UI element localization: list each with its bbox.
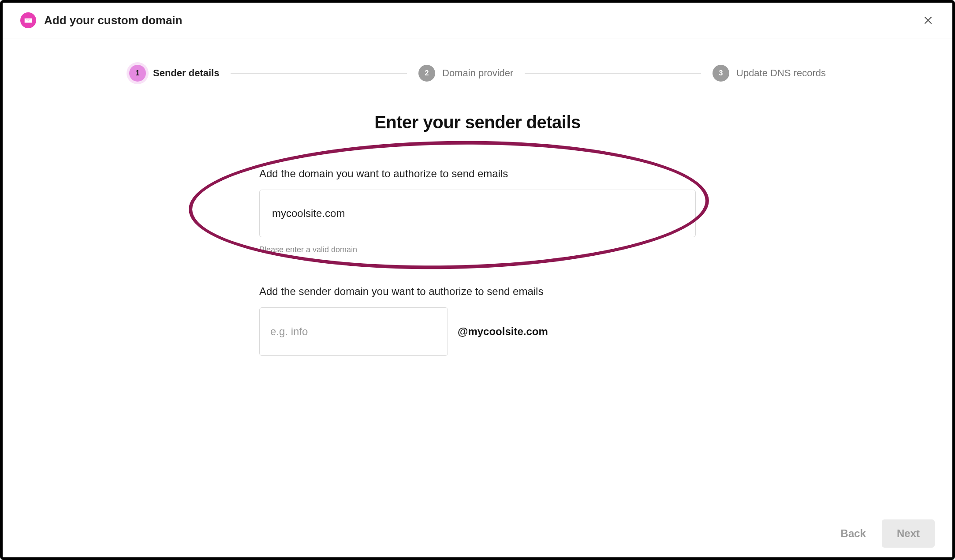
step-update-dns[interactable]: 3 Update DNS records: [713, 65, 826, 82]
step-label-3: Update DNS records: [736, 67, 826, 79]
domain-field-block: Add the domain you want to authorize to …: [259, 168, 696, 254]
step-number-3: 3: [713, 65, 729, 82]
domain-help-text: Please enter a valid domain: [259, 245, 696, 254]
step-divider: [231, 73, 407, 74]
domain-field-label: Add the domain you want to authorize to …: [259, 168, 696, 180]
domain-suffix: @mycoolsite.com: [458, 325, 548, 338]
sender-input[interactable]: [259, 307, 448, 356]
envelope-icon: [23, 15, 33, 25]
close-icon: [923, 15, 933, 26]
domain-input[interactable]: [259, 190, 696, 237]
step-number-2: 2: [418, 65, 435, 82]
step-domain-provider[interactable]: 2 Domain provider: [418, 65, 513, 82]
page-heading: Enter your sender details: [259, 112, 696, 132]
step-number-1: 1: [129, 65, 146, 82]
sender-field-label: Add the sender domain you want to author…: [259, 285, 696, 298]
modal-header: Add your custom domain: [3, 3, 952, 38]
step-label-2: Domain provider: [442, 67, 513, 79]
modal-footer: Back Next: [3, 509, 952, 557]
step-label-1: Sender details: [153, 67, 219, 79]
app-icon: [20, 12, 36, 28]
step-divider: [525, 73, 701, 74]
sender-field-block: Add the sender domain you want to author…: [259, 285, 696, 356]
header-left: Add your custom domain: [20, 12, 182, 28]
next-button[interactable]: Next: [882, 519, 935, 548]
sender-row: @mycoolsite.com: [259, 307, 696, 356]
close-button[interactable]: [921, 14, 935, 27]
back-button[interactable]: Back: [836, 522, 870, 545]
step-sender-details[interactable]: 1 Sender details: [129, 65, 219, 82]
main-content: Enter your sender details Add the domain…: [259, 112, 696, 356]
modal-title: Add your custom domain: [44, 14, 182, 27]
stepper: 1 Sender details 2 Domain provider 3 Upd…: [129, 65, 826, 82]
